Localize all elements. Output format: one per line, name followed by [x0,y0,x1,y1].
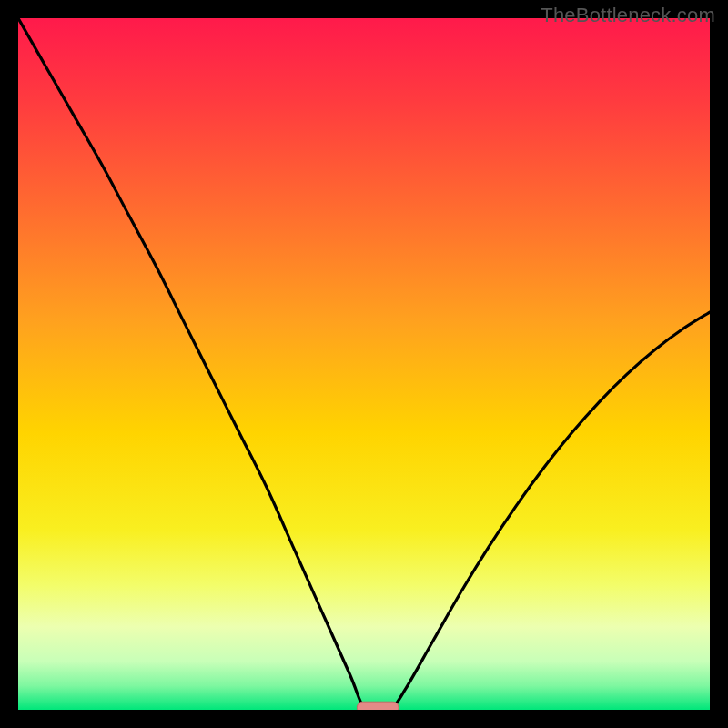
bottleneck-chart [18,18,710,710]
watermark-text: TheBottleneck.com [541,4,715,27]
optimal-marker [357,702,399,710]
chart-background [18,18,710,710]
chart-frame: TheBottleneck.com [0,0,728,728]
